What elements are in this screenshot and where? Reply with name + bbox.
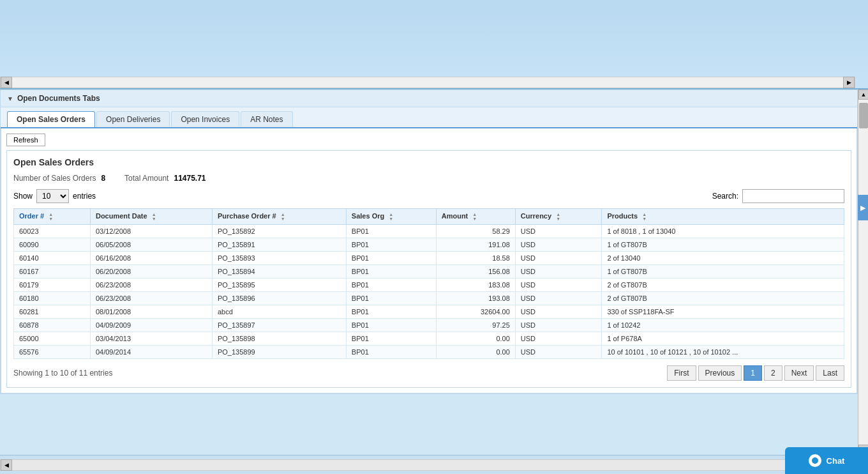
tab-open-sales-orders[interactable]: Open Sales Orders bbox=[7, 111, 95, 127]
hscroll-bottom[interactable]: ◀ ▶ bbox=[0, 459, 868, 471]
table-cell: USD bbox=[515, 319, 602, 332]
top-bar: ◀ ▶ bbox=[0, 0, 868, 89]
first-page-btn[interactable]: First bbox=[667, 365, 696, 381]
table-cell: USD bbox=[515, 225, 602, 238]
table-cell: USD bbox=[515, 292, 602, 305]
table-cell: 156.08 bbox=[436, 265, 515, 279]
chat-icon-dot bbox=[812, 457, 818, 464]
table-cell: 60090 bbox=[14, 238, 91, 252]
table-cell: 2 of GT807B bbox=[602, 292, 844, 305]
table-cell: USD bbox=[515, 265, 602, 279]
table-controls: Show 10 25 50 100 entries Search: bbox=[13, 189, 844, 203]
hscroll-left-btn[interactable]: ◀ bbox=[1, 77, 12, 88]
search-input[interactable] bbox=[742, 189, 844, 203]
col-order-num[interactable]: Order # ▲▼ bbox=[14, 209, 91, 225]
main-content: ▼ Open Documents Tabs Open Sales Orders … bbox=[0, 89, 858, 455]
table-row: 6009006/05/2008PO_135891BP01191.08USD1 o… bbox=[14, 238, 844, 252]
table-cell: 2 of GT807B bbox=[602, 279, 844, 292]
table-cell: BP01 bbox=[346, 332, 436, 346]
chat-button[interactable]: Chat bbox=[785, 447, 868, 474]
table-row: 6028108/01/2008abcdBP0132604.00USD330 of… bbox=[14, 305, 844, 319]
table-cell: BP01 bbox=[346, 305, 436, 319]
table-cell: 1 of GT807B bbox=[602, 238, 844, 252]
table-cell: 65576 bbox=[14, 346, 91, 359]
tab-open-deliveries[interactable]: Open Deliveries bbox=[96, 111, 170, 127]
tab-ar-notes[interactable]: AR Notes bbox=[241, 111, 292, 127]
table-cell: BP01 bbox=[346, 319, 436, 332]
page-2-btn[interactable]: 2 bbox=[764, 365, 782, 381]
col-document-date[interactable]: Document Date ▲▼ bbox=[90, 209, 212, 225]
table-cell: 60281 bbox=[14, 305, 91, 319]
table-cell: 1 of 10242 bbox=[602, 319, 844, 332]
table-cell: 06/16/2008 bbox=[90, 252, 212, 265]
table-cell: 06/20/2008 bbox=[90, 265, 212, 279]
search-box: Search: bbox=[712, 189, 844, 203]
col-products[interactable]: Products ▲▼ bbox=[602, 209, 844, 225]
table-cell: 0.00 bbox=[436, 332, 515, 346]
hscroll-top[interactable]: ◀ ▶ bbox=[0, 77, 855, 88]
table-cell: PO_135899 bbox=[212, 346, 346, 359]
sort-arrows-po: ▲▼ bbox=[281, 212, 285, 221]
table-cell: USD bbox=[515, 279, 602, 292]
table-row: 6557604/09/2014PO_135899BP010.00USD10 of… bbox=[14, 346, 844, 359]
refresh-button[interactable]: Refresh bbox=[6, 134, 45, 146]
table-cell: 1 of 8018 , 1 of 13040 bbox=[602, 225, 844, 238]
table-cell: abcd bbox=[212, 305, 346, 319]
prev-page-btn[interactable]: Previous bbox=[698, 365, 742, 381]
sort-arrows-org: ▲▼ bbox=[389, 212, 393, 221]
table-row: 6014006/16/2008PO_135893BP0118.58USD2 of… bbox=[14, 252, 844, 265]
open-docs-section: ▼ Open Documents Tabs Open Sales Orders … bbox=[0, 89, 858, 394]
stat-num-orders: Number of Sales Orders 8 bbox=[13, 174, 105, 183]
table-cell: 10 of 10101 , 10 of 10121 , 10 of 10102 … bbox=[602, 346, 844, 359]
section-title: Open Documents Tabs bbox=[17, 94, 100, 103]
table-cell: BP01 bbox=[346, 265, 436, 279]
table-row: 6018006/23/2008PO_135896BP01193.08USD2 o… bbox=[14, 292, 844, 305]
table-cell: 1 of P678A bbox=[602, 332, 844, 346]
vscroll-up-btn[interactable]: ▲ bbox=[858, 89, 868, 100]
orders-table: Order # ▲▼ Document Date ▲▼ Purchase Ord… bbox=[13, 208, 844, 359]
table-cell: 06/23/2008 bbox=[90, 292, 212, 305]
table-cell: BP01 bbox=[346, 252, 436, 265]
table-cell: 60179 bbox=[14, 279, 91, 292]
table-cell: PO_135891 bbox=[212, 238, 346, 252]
table-cell: 65000 bbox=[14, 332, 91, 346]
next-page-btn[interactable]: Next bbox=[784, 365, 814, 381]
table-cell: 06/05/2008 bbox=[90, 238, 212, 252]
table-cell: BP01 bbox=[346, 225, 436, 238]
table-cell: PO_135898 bbox=[212, 332, 346, 346]
table-cell: USD bbox=[515, 252, 602, 265]
table-cell: 03/12/2008 bbox=[90, 225, 212, 238]
table-cell: USD bbox=[515, 305, 602, 319]
last-page-btn[interactable]: Last bbox=[816, 365, 844, 381]
table-row: 6016706/20/2008PO_135894BP01156.08USD1 o… bbox=[14, 265, 844, 279]
pagination-info: Showing 1 to 10 of 11 entries bbox=[13, 369, 112, 378]
table-cell: 97.25 bbox=[436, 319, 515, 332]
table-cell: BP01 bbox=[346, 279, 436, 292]
table-cell: BP01 bbox=[346, 238, 436, 252]
page-1-btn[interactable]: 1 bbox=[744, 365, 762, 381]
table-row: 6087804/09/2009PO_135897BP0197.25USD1 of… bbox=[14, 319, 844, 332]
table-cell: 60878 bbox=[14, 319, 91, 332]
table-cell: 60180 bbox=[14, 292, 91, 305]
table-cell: 04/09/2009 bbox=[90, 319, 212, 332]
pagination-buttons: First Previous 1 2 Next Last bbox=[667, 365, 844, 381]
hscroll-right-btn[interactable]: ▶ bbox=[843, 77, 855, 88]
table-cell: 193.08 bbox=[436, 292, 515, 305]
tab-open-invoices[interactable]: Open Invoices bbox=[171, 111, 239, 127]
col-purchase-order[interactable]: Purchase Order # ▲▼ bbox=[212, 209, 346, 225]
col-currency[interactable]: Currency ▲▼ bbox=[515, 209, 602, 225]
vertical-scrollbar[interactable]: ▲ ▼ bbox=[858, 89, 868, 455]
entries-select[interactable]: 10 25 50 100 bbox=[36, 189, 69, 203]
table-header-row: Order # ▲▼ Document Date ▲▼ Purchase Ord… bbox=[14, 209, 844, 225]
col-sales-org[interactable]: Sales Org ▲▼ bbox=[346, 209, 436, 225]
table-cell: PO_135895 bbox=[212, 279, 346, 292]
vscroll-thumb[interactable] bbox=[859, 103, 868, 128]
panel-title: Open Sales Orders bbox=[13, 157, 844, 167]
table-cell: 60023 bbox=[14, 225, 91, 238]
right-expand-arrow[interactable]: ▶ bbox=[858, 195, 868, 220]
hscroll-bottom-left[interactable]: ◀ bbox=[1, 459, 12, 471]
tabs-container: Open Sales Orders Open Deliveries Open I… bbox=[1, 107, 857, 128]
table-cell: 03/04/2013 bbox=[90, 332, 212, 346]
col-amount[interactable]: Amount ▲▼ bbox=[436, 209, 515, 225]
chat-icon bbox=[809, 454, 821, 467]
